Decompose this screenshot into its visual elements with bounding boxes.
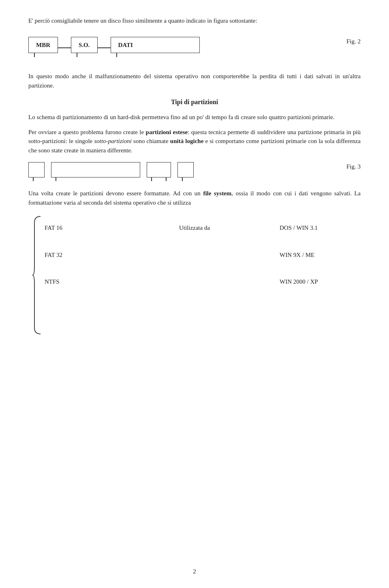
- fig3-tick1: [33, 177, 34, 181]
- fs-name-ntfs: NTFS: [45, 277, 109, 287]
- fig2-connector2: [98, 47, 111, 48]
- paragraph4: Una volta create le partizioni devono es…: [28, 189, 361, 207]
- fs-os-fat16: DOS / WIN 3.1: [280, 223, 361, 233]
- fs-row-fat16: FAT 16 Utilizzata da DOS / WIN 3.1: [45, 214, 361, 242]
- brace-column: [28, 214, 45, 336]
- fig3-tick2: [56, 177, 56, 181]
- fs-row-fat32: FAT 32 WIN 9X / ME: [45, 242, 361, 269]
- para3-italic: sotto-partizioni: [94, 138, 132, 144]
- section-heading: Tipi di partizioni: [28, 97, 361, 107]
- fig2-dati-tick: [116, 53, 117, 57]
- fs-os-fat32: WIN 9X / ME: [280, 250, 361, 260]
- filesystem-table: FAT 16 Utilizzata da DOS / WIN 3.1 FAT 3…: [45, 214, 361, 336]
- paragraph1: In questo modo anche il malfunzionamento…: [28, 72, 361, 90]
- fig2-dati-box: DATI: [111, 37, 200, 58]
- fig2-diagram: MBR S.O. DATI: [28, 37, 338, 61]
- fig3-diagram: [28, 162, 338, 181]
- para3-after2: sono chiamate: [132, 138, 170, 144]
- fig2-mbr-label: MBR: [28, 37, 58, 53]
- para3-bold1: partizioni estese: [146, 129, 188, 135]
- fig2-connector1: [58, 47, 71, 48]
- fs-name-fat16: FAT 16: [45, 223, 109, 233]
- fig3-label: Fig. 3: [338, 162, 361, 171]
- fig2-container: MBR S.O. DATI Fig. 2: [28, 37, 361, 61]
- fs-name-fat32: FAT 32: [45, 250, 109, 260]
- fs-os-ntfs: WIN 2000 / XP: [280, 277, 361, 287]
- fig3-container: Fig. 3: [28, 162, 361, 181]
- fig3-box2: [51, 162, 140, 177]
- fig3-box4: [177, 162, 194, 177]
- filesystem-section: FAT 16 Utilizzata da DOS / WIN 3.1 FAT 3…: [28, 214, 361, 336]
- para4-bold: file system: [203, 190, 231, 197]
- fig2-mbr-tick: [34, 53, 35, 57]
- fig3-tick3: [151, 177, 152, 181]
- paragraph3: Per ovviare a questo problema furono cre…: [28, 128, 361, 155]
- para3-before: Per ovviare a questo problema furono cre…: [28, 129, 146, 135]
- fig2-dati-label: DATI: [111, 37, 200, 53]
- page-number: 2: [193, 567, 196, 576]
- fs-used-fat16: Utilizzata da: [109, 223, 280, 233]
- fig2-so-tick: [77, 53, 77, 57]
- intro-text: E' perciò consigliabile tenere un disco …: [28, 16, 361, 26]
- fig2-so-label: S.O.: [71, 37, 98, 53]
- fig3-box3: [147, 162, 171, 177]
- brace-svg: [30, 214, 43, 336]
- fig2-label: Fig. 2: [338, 37, 361, 46]
- fig3-tick3b: [166, 177, 167, 181]
- paragraph2: Lo schema di partizionamento di un hard-…: [28, 113, 361, 122]
- fig3-tick4: [182, 177, 183, 181]
- para4-before: Una volta create le partizioni devono es…: [28, 190, 203, 197]
- fig3-box1: [28, 162, 45, 177]
- fs-row-ntfs: NTFS WIN 2000 / XP: [45, 268, 361, 295]
- fig2-so-box: S.O.: [71, 37, 98, 58]
- fig2-mbr-box: MBR: [28, 37, 58, 58]
- para3-bold2: unità logiche: [170, 138, 203, 144]
